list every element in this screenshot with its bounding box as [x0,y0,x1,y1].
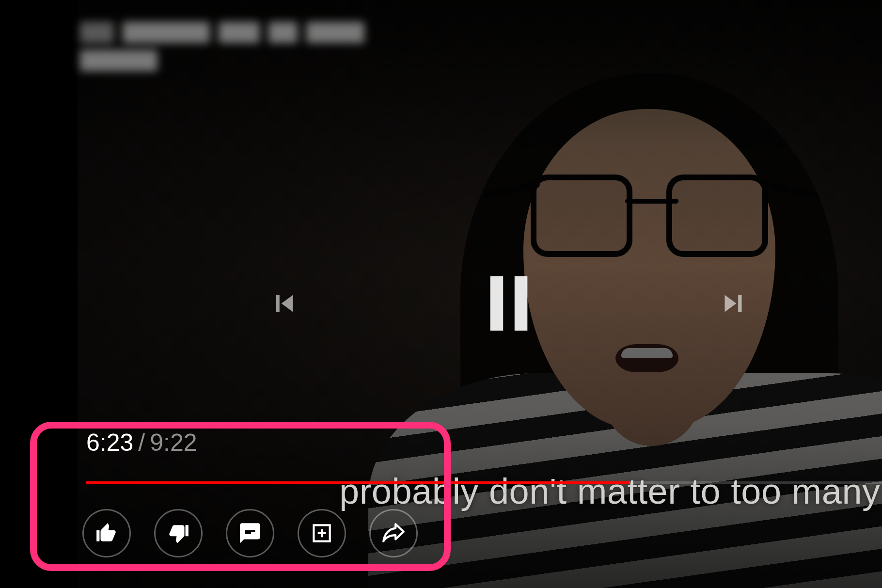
closed-caption: probably don't matter to too many [339,471,882,512]
share-icon [381,521,406,545]
current-time: 6:23 [86,429,133,456]
thumbs-down-icon [166,521,190,545]
skip-previous-icon [268,286,301,320]
progress-bar[interactable] [86,481,882,484]
time-display: 6:23/9:22 [86,429,197,457]
duration: 9:22 [150,429,197,456]
dislike-button[interactable] [154,509,203,557]
center-playback-controls [0,276,882,331]
next-button[interactable] [716,286,750,320]
pause-button[interactable] [487,276,531,331]
video-player: 6:23/9:22 probably don't matter to too m… [0,0,882,588]
pause-icon [487,276,531,331]
comments-button[interactable] [226,509,274,557]
skip-next-icon [716,286,750,320]
comments-icon [238,521,262,545]
time-separator: / [133,429,150,456]
svg-rect-1 [515,276,528,331]
progress-fill [86,481,629,484]
video-title-blurred [80,22,390,75]
action-row [82,509,418,557]
previous-button[interactable] [268,286,301,320]
share-button[interactable] [369,509,418,557]
thumbs-up-icon [94,521,119,545]
save-button[interactable] [298,509,346,557]
like-button[interactable] [82,509,131,557]
add-to-playlist-icon [310,521,334,545]
svg-rect-0 [490,276,504,331]
